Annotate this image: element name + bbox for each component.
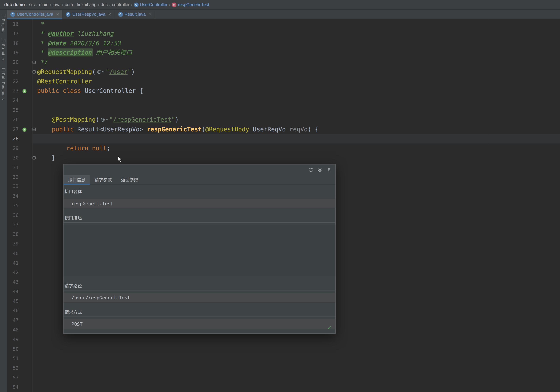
- code-line[interactable]: 17 * @author liuzhihang: [7, 29, 560, 38]
- line-number: 40: [7, 249, 19, 258]
- breadcrumb-item[interactable]: src: [29, 2, 35, 7]
- breadcrumb-item[interactable]: doc-demo: [4, 2, 25, 7]
- popup-field-value[interactable]: respGenericTest: [63, 199, 335, 208]
- popup-tabs: 接口信息请求参数返回参数: [63, 175, 335, 185]
- code-line[interactable]: 49: [7, 335, 560, 344]
- code-line[interactable]: 25: [7, 105, 560, 115]
- code-line[interactable]: 29 return null;: [7, 143, 560, 153]
- code-line[interactable]: 26 @PostMapping("/respGenericTest"): [7, 115, 560, 124]
- code-segment: @RequestMapping: [37, 68, 92, 75]
- code-line[interactable]: 24: [7, 96, 560, 105]
- code-line[interactable]: 54: [7, 382, 560, 392]
- breadcrumb-item-class[interactable]: CUserController: [134, 2, 168, 7]
- code-text: @RequestMapping("/user"): [37, 67, 135, 76]
- code-segment: */: [37, 58, 48, 66]
- code-line[interactable]: 20 */: [7, 57, 560, 67]
- code-line[interactable]: 18 * @date 2020/3/6 12:53: [7, 38, 560, 48]
- tab-usercontroller-java[interactable]: CUserController.java✕: [7, 10, 63, 19]
- class-icon: C: [10, 12, 15, 17]
- code-line[interactable]: 23public class UserController {: [7, 86, 560, 96]
- breadcrumb: doc-demo›src›main›java›com›liuzhihang›do…: [0, 0, 560, 10]
- line-number: 30: [7, 153, 19, 163]
- code-segment: @author: [48, 30, 74, 37]
- code-line[interactable]: 21@RequestMapping("/user"): [7, 67, 560, 76]
- gutter-marker-icon[interactable]: [32, 61, 36, 64]
- code-line[interactable]: 16 *: [7, 19, 560, 29]
- settings-icon[interactable]: [317, 167, 322, 172]
- code-text: */: [37, 57, 48, 67]
- spring-bean-icon[interactable]: [22, 127, 27, 132]
- breadcrumb-separator-icon: ›: [50, 2, 51, 7]
- breadcrumb-method-label: respGenericTest: [178, 2, 209, 7]
- close-icon[interactable]: ✕: [56, 12, 59, 16]
- gutter-marker-icon[interactable]: [32, 156, 36, 160]
- code-segment: 用户相关接口: [92, 49, 132, 56]
- close-icon[interactable]: ✕: [108, 12, 111, 16]
- tool-stripe-item-project[interactable]: Project: [1, 14, 5, 33]
- line-number: 25: [7, 105, 19, 115]
- line-number: 20: [7, 57, 19, 67]
- code-segment: @RestController: [37, 78, 92, 85]
- code-line[interactable]: 27 public Result<UserRespVo> respGeneric…: [7, 124, 560, 134]
- code-line[interactable]: 30 }: [7, 153, 560, 163]
- breadcrumb-separator-icon: ›: [74, 2, 76, 7]
- code-segment: UserReqVo: [249, 125, 289, 133]
- breadcrumb-separator-icon: ›: [169, 2, 170, 7]
- code-text: @RestController: [37, 76, 92, 86]
- code-segment: [37, 116, 52, 123]
- popup-tab-1[interactable]: 接口信息: [63, 175, 90, 184]
- pin-icon[interactable]: [326, 167, 332, 172]
- code-line[interactable]: 50: [7, 344, 560, 354]
- breadcrumb-item[interactable]: doc: [101, 2, 108, 7]
- tool-stripe-item-structure[interactable]: Structure: [1, 39, 5, 62]
- code-text: public Result<UserRespVo> respGenericTes…: [37, 124, 319, 134]
- popup-field-label: 请求方式: [63, 309, 335, 317]
- popup-field-textarea[interactable]: [63, 225, 335, 276]
- gutter-marker-icon[interactable]: [32, 70, 36, 74]
- breadcrumb-item[interactable]: main: [39, 2, 48, 7]
- globe-dropdown-inlay-icon[interactable]: [100, 117, 108, 122]
- spring-bean-icon[interactable]: [22, 89, 27, 93]
- tab-result-java[interactable]: CResult.java✕: [115, 10, 155, 19]
- line-number: 27: [7, 124, 19, 134]
- code-segment: ": [106, 68, 109, 75]
- code-text: * @date 2020/3/6 12:53: [37, 38, 121, 48]
- line-number: 17: [7, 29, 19, 38]
- close-icon[interactable]: ✕: [149, 12, 152, 16]
- breadcrumb-item[interactable]: com: [65, 2, 73, 7]
- breadcrumb-item-method[interactable]: mrespGenericTest: [172, 2, 209, 7]
- tool-stripe-item-pull-requests[interactable]: Pull Requests: [1, 68, 5, 100]
- breadcrumb-separator-icon: ›: [131, 2, 132, 7]
- code-segment: [37, 125, 52, 133]
- line-number: 41: [7, 258, 19, 268]
- class-icon: C: [66, 12, 70, 17]
- breadcrumb-item[interactable]: liuzhihang: [77, 2, 97, 7]
- code-segment: @description: [48, 49, 92, 56]
- gutter-marker-icon[interactable]: [32, 128, 36, 131]
- breadcrumb-item[interactable]: controller: [112, 2, 130, 7]
- tool-stripe-label: Pull Requests: [1, 73, 5, 100]
- popup-tab-3[interactable]: 返回参数: [116, 175, 143, 184]
- tab-userrespvo-java[interactable]: CUserRespVo.java✕: [63, 10, 115, 19]
- code-line[interactable]: 28: [7, 134, 560, 143]
- code-line[interactable]: 19 * @description 用户相关接口: [7, 48, 560, 57]
- line-number: 48: [7, 325, 19, 335]
- breadcrumb-item[interactable]: java: [53, 2, 60, 7]
- left-tool-stripe: ProjectStructurePull Requests: [0, 10, 7, 392]
- popup-fields: 接口名称respGenericTest接口描述请求路径/user/respGen…: [63, 188, 335, 329]
- globe-dropdown-inlay-icon[interactable]: [97, 70, 104, 74]
- code-segment: respGenericTest: [147, 125, 202, 133]
- code-line[interactable]: 52: [7, 363, 560, 373]
- code-segment: (: [202, 125, 205, 133]
- code-segment: Result<UserRespVo>: [77, 125, 147, 133]
- refresh-icon[interactable]: [308, 167, 313, 172]
- popup-field-value[interactable]: /user/respGenericTest: [63, 293, 335, 302]
- code-line[interactable]: 51: [7, 354, 560, 363]
- popup-field-value[interactable]: POST: [63, 319, 335, 329]
- line-number: 37: [7, 220, 19, 229]
- code-segment: /respGenericTest: [113, 116, 172, 123]
- popup-tab-2[interactable]: 请求参数: [90, 175, 116, 184]
- code-line[interactable]: 22@RestController: [7, 76, 560, 86]
- structure-icon: [1, 39, 5, 42]
- code-line[interactable]: 53: [7, 373, 560, 382]
